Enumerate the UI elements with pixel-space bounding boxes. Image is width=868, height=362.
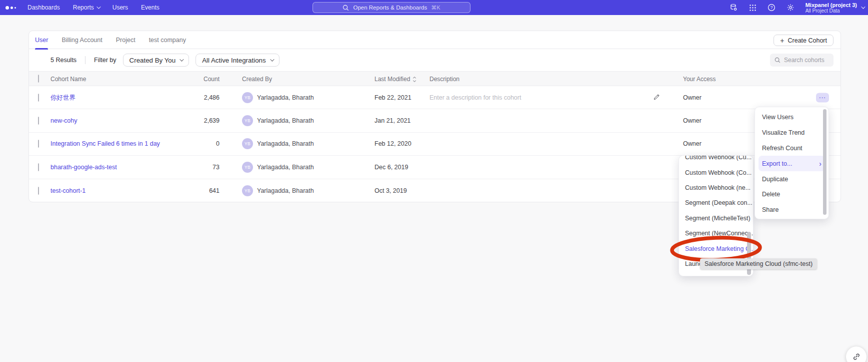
table-row: new-cohy2,639YBYarlagadda, BharathJan 21…	[29, 109, 840, 132]
chevron-down-icon	[861, 5, 865, 9]
avatar: YB	[242, 162, 253, 173]
menu-item-duplicate[interactable]: Duplicate	[755, 171, 828, 187]
menu-item-view-users[interactable]: View Users	[755, 110, 828, 125]
menu-item-delete[interactable]: Delete	[755, 187, 828, 202]
menu-scrollbar[interactable]	[823, 109, 826, 215]
menu-item-visualize-trend[interactable]: Visualize Trend	[755, 125, 828, 141]
header-description[interactable]: Description	[430, 76, 460, 83]
cohort-link[interactable]: 你好世界	[50, 93, 76, 102]
tab-project[interactable]: Project	[116, 31, 136, 49]
modified-date: Feb 22, 2021	[374, 94, 412, 101]
tab-billing-account[interactable]: Billing Account	[62, 31, 102, 49]
filter-row: 5 Results Filter by Created By You All A…	[29, 49, 840, 71]
row-checkbox[interactable]	[38, 117, 39, 125]
table-header: Cohort Name Count Created By Last Modifi…	[29, 71, 840, 86]
count-value: 2,486	[174, 94, 220, 101]
help-icon[interactable]: ?	[768, 4, 776, 12]
avatar: YB	[242, 92, 253, 103]
modified-date: Jan 21, 2021	[374, 117, 410, 124]
cohort-link[interactable]: test-cohort-1	[50, 187, 86, 194]
integrations-filter[interactable]: All Active Integrations	[196, 54, 279, 67]
count-value: 2,639	[174, 117, 220, 124]
header-your-access[interactable]: Your Access	[683, 76, 716, 83]
avatar: YB	[242, 138, 253, 149]
access-value: Owner	[683, 117, 702, 124]
header-created-by[interactable]: Created By	[242, 76, 272, 83]
create-cohort-button[interactable]: + Create Cohort	[774, 35, 834, 46]
access-value: Owner	[683, 140, 702, 147]
mixpanel-cohorts-page: DashboardsReportsUsersEvents Open Report…	[0, 0, 868, 362]
select-all-checkbox[interactable]	[38, 75, 39, 83]
chevron-down-icon	[180, 57, 184, 61]
submenu-item-custom-webhook-cu[interactable]: Custom Webhook (Cu...	[679, 155, 753, 165]
created-by-filter[interactable]: Created By You	[123, 54, 190, 67]
row-checkbox[interactable]	[38, 94, 39, 102]
submenu-item-custom-webhook-ne[interactable]: Custom Webhook (ne...	[679, 180, 753, 195]
apps-grid-icon[interactable]	[748, 4, 757, 12]
more-actions-button[interactable]: ...	[816, 93, 829, 102]
header-last-modified[interactable]: Last Modified	[374, 76, 416, 84]
creator-name: Yarlagadda, Bharath	[257, 117, 314, 124]
link-icon	[852, 352, 860, 361]
plus-icon: +	[780, 37, 784, 44]
nav-link-reports[interactable]: Reports	[73, 4, 100, 11]
description-input[interactable]: Enter a description for this cohort	[430, 94, 521, 101]
menu-item-refresh-count[interactable]: Refresh Count	[755, 141, 828, 156]
header-cohort-name[interactable]: Cohort Name	[50, 76, 86, 83]
row-checkbox[interactable]	[38, 163, 39, 171]
nav-link-users[interactable]: Users	[112, 4, 128, 11]
modified-date: Feb 12, 2020	[374, 140, 412, 147]
chevron-down-icon	[270, 57, 274, 61]
modified-date: Dec 6, 2019	[374, 164, 408, 171]
cohort-link[interactable]: Integration Sync Failed 6 times in 1 day	[50, 140, 160, 147]
chevron-down-icon	[96, 5, 100, 9]
nav-link-dashboards[interactable]: Dashboards	[28, 4, 60, 11]
project-switcher[interactable]: Mixpanel (project 3) All Project Data	[806, 2, 864, 14]
cohort-link[interactable]: bharath-google-ads-test	[50, 164, 117, 171]
divider	[85, 56, 86, 64]
menu-item-share[interactable]: Share	[755, 202, 828, 218]
nav-link-events[interactable]: Events	[141, 4, 160, 11]
row-checkbox[interactable]	[38, 140, 39, 148]
ellipsis-icon: ...	[819, 94, 826, 98]
cohort-link[interactable]: new-cohy	[50, 117, 78, 124]
data-icon[interactable]	[730, 4, 738, 12]
table-row: Integration Sync Failed 6 times in 1 day…	[29, 133, 840, 156]
cohort-context-menu: View UsersVisualize TrendRefresh CountEx…	[754, 107, 829, 219]
access-value: Owner	[683, 94, 702, 101]
integration-tooltip: Salesforce Marketing Cloud (sfmc-test)	[700, 258, 817, 269]
gear-icon[interactable]	[786, 4, 795, 12]
search-cohorts-input[interactable]: Search cohorts	[770, 54, 834, 67]
header-count[interactable]: Count	[174, 76, 220, 83]
submenu-arrow-icon: ›	[819, 160, 822, 168]
project-data-scope: All Project Data	[806, 8, 857, 14]
global-search-button[interactable]: Open Reports & Dashboards ⌘K	[312, 2, 470, 13]
cohort-tabs: UserBilling AccountProjecttest company +…	[29, 31, 840, 49]
avatar: YB	[242, 115, 253, 126]
submenu-item-segment-newconnec[interactable]: Segment (NewConnec...	[679, 226, 753, 241]
count-value: 641	[174, 187, 220, 194]
mixpanel-logo-icon[interactable]	[6, 6, 18, 10]
submenu-item-custom-webhook-co[interactable]: Custom Webhook (Co...	[679, 165, 753, 180]
filter-by-label: Filter by	[94, 57, 116, 64]
share-link-button[interactable]	[846, 346, 866, 362]
row-checkbox[interactable]	[38, 187, 39, 195]
avatar: YB	[242, 185, 253, 196]
table-row: 你好世界2,486YBYarlagadda, BharathFeb 22, 20…	[29, 86, 840, 109]
menu-item-export-to[interactable]: Export to...›	[758, 156, 825, 171]
creator-name: Yarlagadda, Bharath	[257, 94, 314, 101]
submenu-item-segment-deepak-con[interactable]: Segment (Deepak con...	[679, 195, 753, 210]
sort-icon	[412, 77, 416, 84]
tab-test-company[interactable]: test company	[149, 31, 186, 49]
edit-description-button[interactable]	[653, 93, 660, 102]
search-cohorts-placeholder: Search cohorts	[784, 57, 824, 64]
project-name: Mixpanel (project 3)	[806, 2, 857, 8]
creator-name: Yarlagadda, Bharath	[257, 140, 314, 147]
tab-user[interactable]: User	[35, 31, 48, 49]
pencil-icon	[653, 93, 660, 101]
global-search-placeholder: Open Reports & Dashboards	[353, 5, 427, 11]
submenu-item-salesforce-marketing-c[interactable]: Salesforce Marketing C...	[679, 241, 753, 256]
submenu-item-segment-michelletest[interactable]: Segment (MichelleTest)	[679, 211, 753, 226]
count-value: 73	[174, 164, 220, 171]
creator-name: Yarlagadda, Bharath	[257, 164, 314, 171]
